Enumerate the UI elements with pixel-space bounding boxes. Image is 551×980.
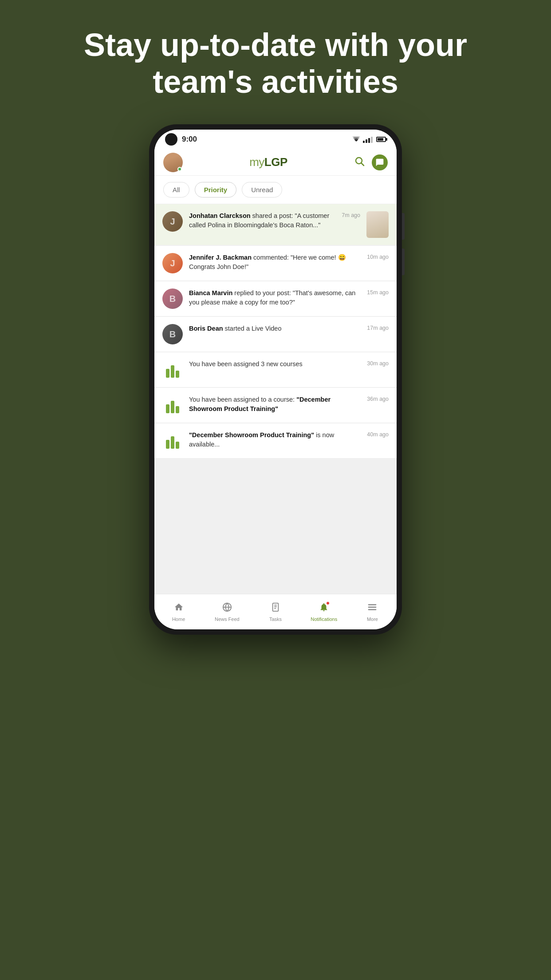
notif-content-2: Jennifer J. Backman commented: "Here we … <box>189 253 389 272</box>
notif-time-5: 30m ago <box>367 360 389 367</box>
nav-item-home[interactable]: Home <box>154 594 203 629</box>
notif-content-1: Jonhatan Clarckson shared a post: "A cus… <box>189 211 360 230</box>
notif-text-1: Jonhatan Clarckson shared a post: "A cus… <box>189 211 338 230</box>
notif-thumbnail-1 <box>366 211 389 238</box>
signal-bars <box>363 136 373 143</box>
nav-item-more[interactable]: More <box>348 594 397 629</box>
user-avatar-jennifer: J <box>162 253 183 273</box>
user-avatar-jonhatan: J <box>162 211 183 232</box>
more-icon <box>367 602 377 615</box>
notif-text-5: You have been assigned 3 new courses <box>189 360 303 369</box>
notif-time-7: 40m ago <box>367 431 389 438</box>
notification-item[interactable]: J Jennifer J. Backman commented: "Here w… <box>154 246 397 281</box>
notif-content-7: "December Showroom Product Training" is … <box>189 431 389 449</box>
phone-button-right-2 <box>402 249 405 275</box>
tasks-icon <box>271 602 280 615</box>
notif-time-2: 10m ago <box>367 254 389 260</box>
notif-time-3: 15m ago <box>367 289 389 296</box>
logo-lgp: LGP <box>264 155 287 169</box>
camera-dot <box>165 133 177 146</box>
chat-button[interactable] <box>372 154 388 170</box>
status-icons <box>352 136 386 143</box>
notification-badge <box>326 601 330 605</box>
svg-line-4 <box>362 163 364 166</box>
notif-content-3: Bianca Marvin replied to your post: "Tha… <box>189 288 389 307</box>
notif-text-2: Jennifer J. Backman commented: "Here we … <box>189 253 363 272</box>
nav-label-home: Home <box>172 616 185 622</box>
online-indicator <box>177 167 182 171</box>
notif-content-4: Boris Dean started a Live Video 17m ago <box>189 324 389 333</box>
nav-label-notifications: Notifications <box>311 616 337 622</box>
notif-content-5: You have been assigned 3 new courses 30m… <box>189 360 389 369</box>
notifications-icon <box>319 602 329 615</box>
status-time: 9:00 <box>182 135 197 144</box>
nav-item-newsfeed[interactable]: News Feed <box>203 594 251 629</box>
notification-item[interactable]: J Jonhatan Clarckson shared a post: "A c… <box>154 204 397 245</box>
nav-item-notifications[interactable]: Notifications <box>300 594 348 629</box>
nav-label-tasks: Tasks <box>269 616 282 622</box>
courses-icon-2 <box>162 395 183 415</box>
notifications-list: J Jonhatan Clarckson shared a post: "A c… <box>154 204 397 594</box>
filter-tabs: All Priority Unread <box>154 176 397 204</box>
battery-icon <box>376 137 386 142</box>
notification-item[interactable]: B Boris Dean started a Live Video 17m ag… <box>154 317 397 352</box>
filter-tab-all[interactable]: All <box>163 182 189 198</box>
notification-item[interactable]: B Bianca Marvin replied to your post: "T… <box>154 281 397 316</box>
logo-my: my <box>249 155 264 169</box>
notification-item[interactable]: You have been assigned 3 new courses 30m… <box>154 352 397 387</box>
notif-text-6: You have been assigned to a course: "Dec… <box>189 395 363 414</box>
filter-tab-priority[interactable]: Priority <box>195 182 237 198</box>
app-logo: myLGP <box>249 155 287 169</box>
nav-item-tasks[interactable]: Tasks <box>251 594 299 629</box>
notif-text-7: "December Showroom Product Training" is … <box>189 431 363 449</box>
nav-label-more: More <box>367 616 378 622</box>
bottom-nav: Home News Feed <box>154 594 397 629</box>
user-avatar-boris: B <box>162 324 183 344</box>
notification-item[interactable]: "December Showroom Product Training" is … <box>154 423 397 458</box>
status-bar: 9:00 <box>154 130 397 149</box>
courses-icon-1 <box>162 360 183 380</box>
phone-button-right-1 <box>402 213 405 240</box>
notif-time-1: 7m ago <box>342 212 360 218</box>
courses-icon-3 <box>162 431 183 451</box>
app-header: myLGP <box>154 149 397 176</box>
user-avatar-bianca: B <box>162 288 183 309</box>
search-button[interactable] <box>354 156 365 169</box>
notif-text-4: Boris Dean started a Live Video <box>189 324 282 333</box>
phone-device: 9:00 <box>149 124 402 635</box>
home-icon <box>174 602 184 615</box>
notif-time-4: 17m ago <box>367 325 389 331</box>
notification-item[interactable]: You have been assigned to a course: "Dec… <box>154 388 397 423</box>
nav-label-newsfeed: News Feed <box>215 616 240 622</box>
user-avatar-container[interactable] <box>163 153 183 172</box>
notif-text-3: Bianca Marvin replied to your post: "Tha… <box>189 288 363 307</box>
wifi-icon <box>352 136 360 142</box>
notif-time-6: 36m ago <box>367 396 389 402</box>
header-actions <box>354 154 388 170</box>
hero-title: Stay up-to-date with your team's activit… <box>0 27 551 100</box>
newsfeed-icon <box>222 602 232 615</box>
notif-content-6: You have been assigned to a course: "Dec… <box>189 395 389 414</box>
filter-tab-unread[interactable]: Unread <box>242 182 282 198</box>
